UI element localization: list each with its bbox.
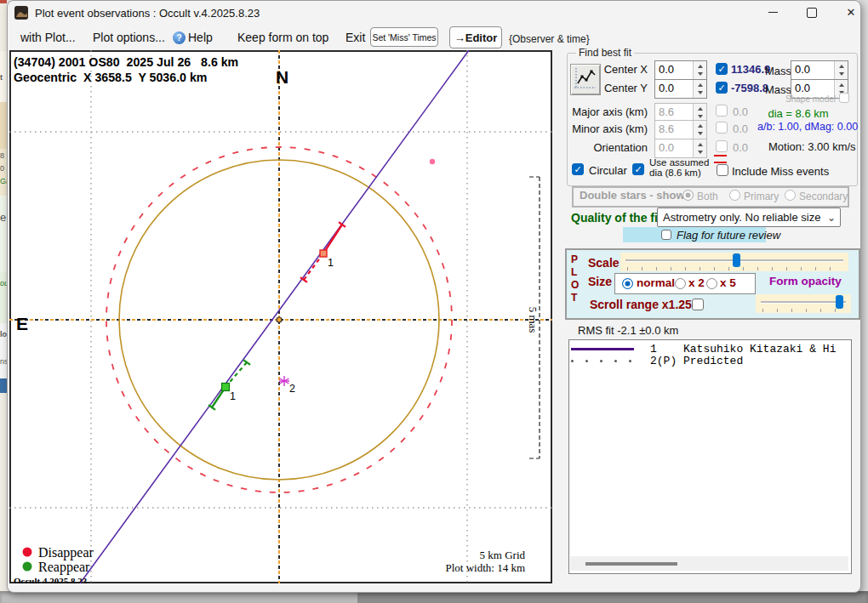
scale-slider[interactable] — [620, 253, 848, 271]
mass-x-value: 0.0 — [791, 61, 834, 79]
spin-down-icon[interactable] — [698, 151, 703, 154]
opacity-slider-track[interactable] — [761, 301, 846, 303]
spin-down-icon[interactable] — [698, 132, 703, 135]
listbox-horizontal-scrollbar[interactable] — [570, 556, 848, 571]
center-y-label: Center Y — [586, 82, 648, 94]
mas-scale-label: 5 mas — [527, 307, 540, 333]
minimize-button[interactable] — [754, 1, 791, 24]
spin-up-icon[interactable] — [839, 65, 844, 68]
spin-up-icon[interactable] — [839, 83, 844, 87]
observer-row-num[interactable]: 2(P) — [650, 355, 677, 367]
spin-buttons[interactable] — [693, 139, 706, 157]
spin-buttons[interactable] — [693, 121, 706, 139]
major-axis-fit-value: 0.0 — [733, 105, 748, 118]
predicted-point-label: 2 — [289, 383, 295, 395]
center-y-spinner[interactable]: 0.0 — [654, 79, 707, 99]
size-normal-label: normal — [637, 276, 675, 289]
size-normal-radio[interactable] — [622, 278, 633, 289]
menu-keep-form-on-top[interactable]: Keep form on top — [237, 31, 328, 44]
center-y-value: 0.0 — [655, 80, 693, 98]
opacity-slider-thumb[interactable] — [836, 295, 843, 309]
chord1-disappear-label: 1 — [328, 257, 334, 269]
spin-down-icon[interactable] — [698, 115, 703, 118]
major-axis-fit-checkbox[interactable] — [716, 105, 728, 117]
predicted-line-sample-dot — [600, 360, 602, 362]
chord1-reappear-label: 1 — [230, 390, 236, 402]
diameter-note: dia = 8.6 km — [764, 107, 832, 120]
form-opacity-slider[interactable] — [756, 294, 851, 313]
use-assumed-label-line1: Use assumed — [649, 157, 709, 168]
background-bottom-band — [0, 591, 868, 603]
spin-buttons[interactable] — [834, 61, 848, 79]
center-marker — [277, 317, 282, 322]
background-top-fragment — [0, 0, 7, 3]
spin-up-icon[interactable] — [698, 143, 703, 146]
minor-axis-fit-checkbox[interactable] — [716, 122, 728, 134]
spin-up-icon[interactable] — [698, 83, 703, 87]
editor-button[interactable]: →Editor — [449, 26, 502, 48]
orientation-spinner[interactable]: 0.0 — [654, 139, 707, 158]
size-x2-radio[interactable] — [675, 278, 686, 289]
reappear-legend-label: Reappear — [38, 560, 90, 575]
spin-up-icon[interactable] — [698, 65, 703, 68]
menu-plot-options[interactable]: Plot options... — [93, 31, 165, 44]
quality-dropdown[interactable]: Astrometry only. No reliable size ⌄ — [657, 208, 841, 227]
plot-letter: P — [571, 253, 581, 265]
maximize-button[interactable] — [793, 1, 831, 24]
orientation-label: Orientation — [561, 141, 648, 154]
chevron-down-icon: ⌄ — [823, 212, 840, 224]
occultation-plot[interactable]: 1 1 2 (34704) 2001 OS80 2025 Jul 26 — [9, 50, 552, 583]
spin-up-icon[interactable] — [698, 124, 703, 128]
observer-row-num[interactable]: 1 — [650, 343, 657, 356]
secondary-label: Secondary — [799, 191, 848, 202]
observers-listbox[interactable] — [568, 339, 852, 574]
orientation-fit-checkbox[interactable] — [716, 140, 728, 152]
include-miss-checkbox[interactable] — [717, 164, 728, 176]
close-button[interactable]: ✕ — [832, 1, 868, 24]
primary-radio[interactable] — [729, 190, 740, 201]
quality-selected-value: Astrometry only. No reliable size — [658, 211, 823, 224]
spin-down-icon[interactable] — [698, 91, 703, 94]
spin-buttons[interactable] — [693, 104, 706, 122]
minor-axis-label: Minor axis (km) — [561, 122, 648, 135]
reappear-event[interactable] — [208, 360, 250, 410]
orientation-value: 0.0 — [655, 139, 693, 157]
spin-buttons[interactable] — [693, 80, 706, 98]
include-miss-label: Include Miss events — [732, 165, 829, 178]
minor-axis-spinner[interactable]: 8.6 — [654, 120, 707, 139]
close-icon: ✕ — [847, 7, 856, 18]
observer-row-name[interactable]: Katsuhiko Kitazaki & Hi — [683, 343, 850, 356]
secondary-radio[interactable] — [785, 190, 796, 201]
size-x5-radio[interactable] — [706, 278, 717, 289]
major-axis-value: 8.6 — [655, 104, 693, 122]
spin-buttons[interactable] — [693, 61, 706, 79]
spin-up-icon[interactable] — [698, 107, 703, 111]
maximize-icon — [807, 8, 817, 18]
menu-exit[interactable]: Exit — [345, 31, 365, 44]
miss-line-sample-icon — [714, 155, 727, 163]
menu-with-plot[interactable]: with Plot... — [20, 31, 76, 44]
flag-review-checkbox[interactable] — [661, 230, 671, 240]
help-icon[interactable]: ? — [173, 31, 186, 44]
observer-row-name[interactable]: Predicted — [683, 355, 743, 367]
both-radio[interactable] — [682, 190, 694, 201]
fit-y-checkbox[interactable] — [716, 82, 728, 94]
find-best-fit-title: Find best fit — [576, 47, 634, 59]
set-miss-times-button[interactable]: Set 'Miss' Times — [370, 27, 438, 47]
disappear-event[interactable] — [300, 222, 345, 282]
use-assumed-dia-checkbox[interactable] — [632, 163, 644, 175]
scrollbar-thumb[interactable] — [585, 562, 677, 566]
spin-down-icon[interactable] — [839, 72, 844, 76]
spin-down-icon[interactable] — [698, 72, 703, 76]
scale-slider-thumb[interactable] — [733, 253, 740, 267]
center-x-spinner[interactable]: 0.0 — [654, 60, 707, 80]
menu-help[interactable]: Help — [188, 31, 213, 44]
window-title: Plot event observations : Occult v.4.202… — [35, 7, 260, 20]
mass-x-spinner[interactable]: 0.0 — [791, 60, 848, 80]
shape-model-checkbox[interactable] — [839, 93, 849, 103]
size-label: Size — [588, 275, 612, 288]
fit-x-checkbox[interactable] — [716, 63, 728, 75]
circular-label: Circular — [589, 164, 627, 177]
circular-checkbox[interactable] — [572, 163, 584, 175]
scroll-range-checkbox[interactable] — [692, 299, 704, 310]
